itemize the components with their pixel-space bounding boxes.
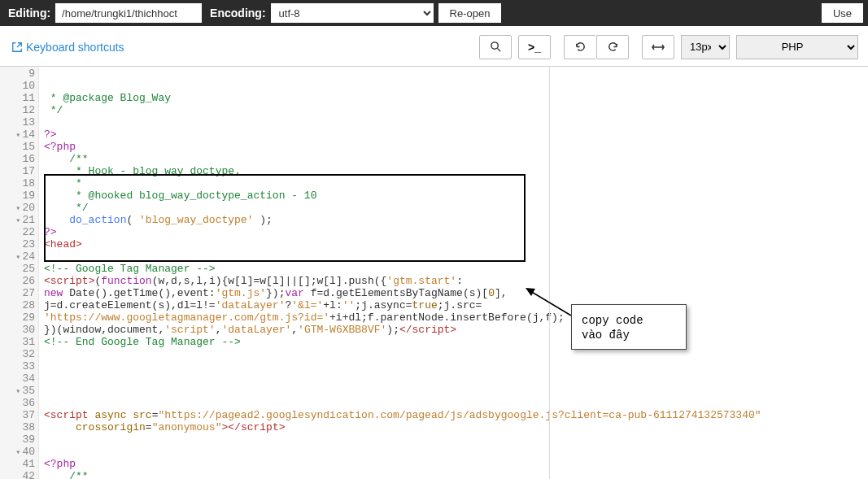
keyboard-shortcuts-link[interactable]: Keyboard shortcuts [11, 41, 124, 54]
code-line[interactable] [44, 372, 868, 385]
code-line[interactable] [44, 385, 868, 397]
code-line[interactable]: */ [44, 104, 868, 116]
code-line[interactable]: 'https://www.googletagmanager.com/gtm.js… [44, 311, 868, 324]
code-line[interactable]: crossorigin="anonymous"></script> [44, 421, 868, 433]
encoding-label: Encoding: [202, 7, 270, 20]
undo-button[interactable] [564, 35, 596, 59]
code-line[interactable] [44, 250, 868, 263]
use-button[interactable]: Use [822, 3, 863, 23]
code-line[interactable] [44, 360, 868, 372]
code-line[interactable]: * @hooked blog_way_doctype_action - 10 [44, 189, 868, 202]
annotation-text-line2: vào đây [582, 328, 676, 342]
code-area[interactable]: * @package Blog_Way */?><?php /** * Hook… [39, 67, 868, 479]
code-line[interactable]: <!-- End Google Tag Manager --> [44, 336, 868, 348]
code-line[interactable]: <script>(function(w,d,s,l,i){w[l]=w[l]||… [44, 275, 868, 287]
code-line[interactable]: /** [44, 470, 868, 479]
code-line[interactable] [44, 116, 868, 128]
code-line[interactable]: * [44, 177, 868, 189]
terminal-icon: >_ [528, 41, 541, 54]
terminal-button[interactable]: >_ [518, 35, 551, 59]
language-select[interactable]: PHP [736, 35, 858, 59]
code-line[interactable]: <script async src="https://pagead2.googl… [44, 409, 868, 421]
code-line[interactable] [44, 348, 868, 360]
code-line[interactable] [44, 397, 868, 409]
code-line[interactable] [44, 446, 868, 458]
code-line[interactable]: ?> [44, 226, 868, 238]
code-editor[interactable]: 9101112131415161718192021222324252627282… [0, 67, 868, 479]
code-line[interactable]: })(window,document,'script','dataLayer',… [44, 324, 868, 336]
line-number-gutter: 9101112131415161718192021222324252627282… [0, 67, 39, 479]
file-path-input[interactable] [55, 3, 202, 23]
external-link-icon [11, 41, 23, 53]
fontsize-select[interactable]: 13px [681, 35, 730, 59]
redo-button[interactable] [596, 35, 629, 59]
code-line[interactable]: do_action( 'blog_way_doctype' ); [44, 214, 868, 226]
annotation-text-line1: copy code [582, 313, 676, 328]
code-line[interactable]: ?> [44, 128, 868, 141]
code-line[interactable]: * @package Blog_Way [44, 92, 868, 104]
vertical-ruler [549, 67, 550, 479]
redo-icon [607, 41, 619, 53]
wrap-button[interactable] [642, 35, 674, 59]
code-line[interactable]: */ [44, 202, 868, 214]
annotation-callout: copy code vào đây [571, 304, 687, 350]
code-line[interactable] [44, 433, 868, 446]
wrap-icon [652, 43, 665, 51]
undo-icon [574, 41, 587, 53]
code-line[interactable]: * Hook - blog_way_doctype. [44, 165, 868, 177]
encoding-select[interactable]: utf-8 [271, 3, 434, 23]
code-line[interactable]: <?php [44, 458, 868, 470]
editing-label: Editing: [0, 7, 55, 20]
code-line[interactable]: /** [44, 153, 868, 165]
editor-toolbar: Keyboard shortcuts >_ 13px PHP [0, 26, 868, 67]
search-button[interactable] [479, 35, 512, 59]
code-line[interactable]: <!-- Google Tag Manager --> [44, 263, 868, 275]
code-line[interactable]: new Date().getTime(),event:'gtm.js'});va… [44, 287, 868, 299]
editor-topbar: Editing: Encoding: utf-8 Re-open Use [0, 0, 868, 26]
code-line[interactable]: <?php [44, 141, 868, 153]
keyboard-shortcuts-label: Keyboard shortcuts [26, 41, 124, 54]
search-icon [490, 41, 502, 53]
code-line[interactable]: <head> [44, 238, 868, 250]
reopen-button[interactable]: Re-open [438, 3, 502, 23]
svg-point-0 [491, 42, 497, 49]
svg-line-1 [497, 48, 500, 51]
code-line[interactable]: j=d.createElement(s),dl=l!='dataLayer'?'… [44, 299, 868, 311]
